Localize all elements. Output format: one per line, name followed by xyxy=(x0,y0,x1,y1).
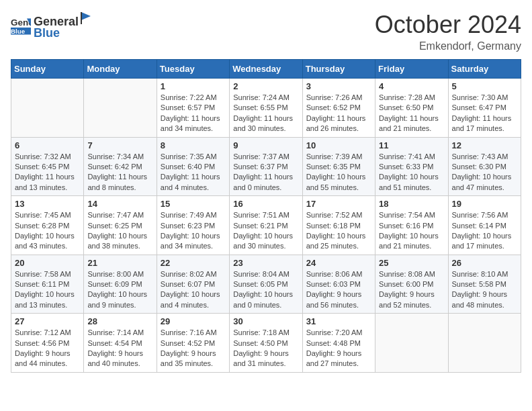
day-number: 25 xyxy=(379,258,444,268)
day-number: 14 xyxy=(87,199,152,209)
day-info: Sunrise: 7:22 AMSunset: 6:57 PMDaylight:… xyxy=(161,93,226,134)
weekday-header-monday: Monday xyxy=(84,60,157,79)
calendar-cell: 26Sunrise: 8:10 AMSunset: 5:58 PMDayligh… xyxy=(448,255,521,314)
day-number: 13 xyxy=(15,199,80,209)
calendar-cell: 28Sunrise: 7:14 AMSunset: 4:54 PMDayligh… xyxy=(84,314,157,373)
calendar-cell: 31Sunrise: 7:20 AMSunset: 4:48 PMDayligh… xyxy=(302,314,375,373)
calendar-week-row: 13Sunrise: 7:45 AMSunset: 6:28 PMDayligh… xyxy=(11,196,521,255)
day-number: 12 xyxy=(452,140,517,150)
weekday-header-saturday: Saturday xyxy=(448,60,521,79)
calendar-cell: 24Sunrise: 8:06 AMSunset: 6:03 PMDayligh… xyxy=(302,255,375,314)
calendar-cell: 11Sunrise: 7:41 AMSunset: 6:33 PMDayligh… xyxy=(375,137,448,196)
day-info: Sunrise: 7:24 AMSunset: 6:55 PMDaylight:… xyxy=(233,93,298,134)
day-number: 17 xyxy=(306,199,371,209)
day-number: 29 xyxy=(161,316,226,326)
location-subtitle: Emkendorf, Germany xyxy=(375,40,521,52)
day-info: Sunrise: 7:45 AMSunset: 6:28 PMDaylight:… xyxy=(15,210,80,252)
calendar-week-row: 20Sunrise: 7:58 AMSunset: 6:11 PMDayligh… xyxy=(11,255,521,314)
day-info: Sunrise: 7:12 AMSunset: 4:56 PMDaylight:… xyxy=(15,328,80,369)
day-number: 1 xyxy=(161,81,226,91)
calendar-cell: 3Sunrise: 7:26 AMSunset: 6:52 PMDaylight… xyxy=(302,79,375,138)
day-number: 2 xyxy=(233,81,298,91)
day-info: Sunrise: 7:34 AMSunset: 6:42 PMDaylight:… xyxy=(87,152,152,193)
day-info: Sunrise: 7:56 AMSunset: 6:14 PMDaylight:… xyxy=(452,210,517,252)
calendar-week-row: 6Sunrise: 7:32 AMSunset: 6:45 PMDaylight… xyxy=(11,137,521,196)
calendar-cell xyxy=(11,79,84,138)
day-info: Sunrise: 7:43 AMSunset: 6:30 PMDaylight:… xyxy=(452,152,517,193)
day-info: Sunrise: 7:28 AMSunset: 6:50 PMDaylight:… xyxy=(379,93,444,134)
day-number: 9 xyxy=(233,140,298,150)
day-info: Sunrise: 7:18 AMSunset: 4:50 PMDaylight:… xyxy=(233,328,298,369)
day-info: Sunrise: 7:49 AMSunset: 6:23 PMDaylight:… xyxy=(161,210,226,252)
calendar-cell: 23Sunrise: 8:04 AMSunset: 6:05 PMDayligh… xyxy=(230,255,302,314)
calendar-cell: 15Sunrise: 7:49 AMSunset: 6:23 PMDayligh… xyxy=(157,196,229,255)
day-number: 31 xyxy=(306,316,371,326)
calendar-cell: 30Sunrise: 7:18 AMSunset: 4:50 PMDayligh… xyxy=(230,314,302,373)
calendar-cell: 29Sunrise: 7:16 AMSunset: 4:52 PMDayligh… xyxy=(157,314,229,373)
day-info: Sunrise: 7:37 AMSunset: 6:37 PMDaylight:… xyxy=(233,152,298,193)
calendar-cell xyxy=(375,314,448,373)
day-number: 6 xyxy=(15,140,80,150)
svg-text:Blue: Blue xyxy=(11,28,26,35)
calendar-cell xyxy=(84,79,157,138)
month-title: October 2024 xyxy=(375,11,521,39)
day-number: 28 xyxy=(87,316,152,326)
calendar-cell: 21Sunrise: 8:00 AMSunset: 6:09 PMDayligh… xyxy=(84,255,157,314)
logo: General Blue General Blue xyxy=(11,11,93,40)
weekday-header-wednesday: Wednesday xyxy=(230,60,302,79)
calendar-week-row: 1Sunrise: 7:22 AMSunset: 6:57 PMDaylight… xyxy=(11,79,521,138)
calendar-cell: 20Sunrise: 7:58 AMSunset: 6:11 PMDayligh… xyxy=(11,255,84,314)
day-number: 8 xyxy=(161,140,226,150)
day-info: Sunrise: 8:00 AMSunset: 6:09 PMDaylight:… xyxy=(87,269,152,311)
calendar-cell: 2Sunrise: 7:24 AMSunset: 6:55 PMDaylight… xyxy=(230,79,302,138)
day-number: 30 xyxy=(233,316,298,326)
day-number: 11 xyxy=(379,140,444,150)
calendar-week-row: 27Sunrise: 7:12 AMSunset: 4:56 PMDayligh… xyxy=(11,314,521,373)
day-info: Sunrise: 8:08 AMSunset: 6:00 PMDaylight:… xyxy=(379,269,444,311)
day-number: 15 xyxy=(161,199,226,209)
weekday-header-tuesday: Tuesday xyxy=(157,60,229,79)
day-info: Sunrise: 7:30 AMSunset: 6:47 PMDaylight:… xyxy=(452,93,517,134)
day-number: 3 xyxy=(306,81,371,91)
day-info: Sunrise: 7:20 AMSunset: 4:48 PMDaylight:… xyxy=(306,328,371,369)
day-number: 26 xyxy=(452,258,517,268)
day-number: 4 xyxy=(379,81,444,91)
day-number: 10 xyxy=(306,140,371,150)
calendar-cell: 12Sunrise: 7:43 AMSunset: 6:30 PMDayligh… xyxy=(448,137,521,196)
calendar-cell: 6Sunrise: 7:32 AMSunset: 6:45 PMDaylight… xyxy=(11,137,84,196)
day-number: 24 xyxy=(306,258,371,268)
day-info: Sunrise: 7:26 AMSunset: 6:52 PMDaylight:… xyxy=(306,93,371,134)
day-number: 22 xyxy=(161,258,226,268)
day-number: 18 xyxy=(379,199,444,209)
day-info: Sunrise: 7:58 AMSunset: 6:11 PMDaylight:… xyxy=(15,269,80,311)
day-info: Sunrise: 7:14 AMSunset: 4:54 PMDaylight:… xyxy=(87,328,152,369)
calendar-cell xyxy=(448,314,521,373)
day-info: Sunrise: 8:10 AMSunset: 5:58 PMDaylight:… xyxy=(452,269,517,311)
day-number: 23 xyxy=(233,258,298,268)
calendar-table: SundayMondayTuesdayWednesdayThursdayFrid… xyxy=(11,59,521,373)
day-info: Sunrise: 7:51 AMSunset: 6:21 PMDaylight:… xyxy=(233,210,298,252)
logo-flag-icon xyxy=(80,11,92,26)
calendar-cell: 10Sunrise: 7:39 AMSunset: 6:35 PMDayligh… xyxy=(302,137,375,196)
title-block: October 2024 Emkendorf, Germany xyxy=(375,11,521,52)
page-header: General Blue General Blue October 2024 E… xyxy=(11,11,521,52)
day-number: 16 xyxy=(233,199,298,209)
weekday-header-sunday: Sunday xyxy=(11,60,84,79)
weekday-header-thursday: Thursday xyxy=(302,60,375,79)
day-info: Sunrise: 7:16 AMSunset: 4:52 PMDaylight:… xyxy=(161,328,226,369)
calendar-cell: 16Sunrise: 7:51 AMSunset: 6:21 PMDayligh… xyxy=(230,196,302,255)
weekday-header-friday: Friday xyxy=(375,60,448,79)
calendar-cell: 5Sunrise: 7:30 AMSunset: 6:47 PMDaylight… xyxy=(448,79,521,138)
day-info: Sunrise: 7:39 AMSunset: 6:35 PMDaylight:… xyxy=(306,152,371,193)
calendar-cell: 13Sunrise: 7:45 AMSunset: 6:28 PMDayligh… xyxy=(11,196,84,255)
day-info: Sunrise: 8:06 AMSunset: 6:03 PMDaylight:… xyxy=(306,269,371,311)
calendar-cell: 19Sunrise: 7:56 AMSunset: 6:14 PMDayligh… xyxy=(448,196,521,255)
weekday-header-row: SundayMondayTuesdayWednesdayThursdayFrid… xyxy=(11,60,521,79)
day-number: 19 xyxy=(452,199,517,209)
day-info: Sunrise: 8:02 AMSunset: 6:07 PMDaylight:… xyxy=(161,269,226,311)
day-number: 7 xyxy=(87,140,152,150)
day-number: 20 xyxy=(15,258,80,268)
day-number: 21 xyxy=(87,258,152,268)
calendar-cell: 25Sunrise: 8:08 AMSunset: 6:00 PMDayligh… xyxy=(375,255,448,314)
logo-icon: General Blue xyxy=(11,16,31,35)
